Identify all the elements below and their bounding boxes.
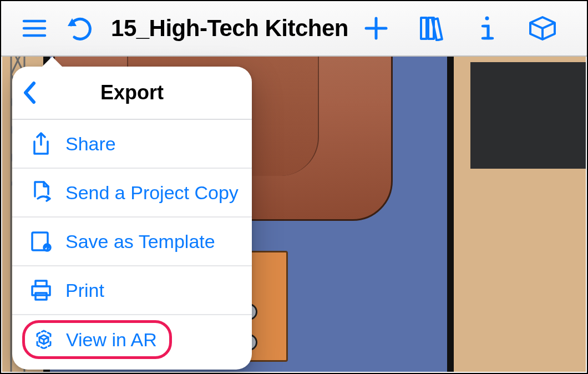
print-icon [29, 278, 53, 302]
box-icon [528, 15, 557, 42]
3d-view-button[interactable] [515, 6, 570, 50]
appliance-object [470, 62, 586, 169]
library-button[interactable] [404, 6, 459, 50]
toolbar: 15_High-Tech Kitchen [1, 1, 587, 57]
plus-icon [364, 16, 388, 41]
info-button[interactable] [459, 6, 515, 50]
chevron-left-icon [22, 81, 37, 104]
ar-icon [32, 327, 56, 352]
add-button[interactable] [348, 6, 404, 50]
menu-item-label: Print [65, 280, 104, 301]
menu-item-view-ar[interactable]: View in AR [12, 315, 252, 370]
info-icon [479, 15, 495, 42]
menu-item-label: View in AR [66, 329, 157, 351]
back-button[interactable] [22, 67, 55, 119]
document-share-icon [29, 180, 53, 205]
template-icon [29, 229, 53, 254]
svg-point-9 [485, 17, 489, 21]
menu-item-save-template[interactable]: Save as Template [12, 218, 252, 266]
menu-item-share[interactable]: Share [12, 120, 252, 169]
popover-header: Export [12, 67, 252, 120]
menu-button[interactable] [11, 6, 57, 50]
menu-item-label: Send a Project Copy [65, 182, 239, 204]
highlight-callout: View in AR [22, 320, 172, 359]
svg-rect-26 [36, 293, 47, 300]
menu-item-send-copy[interactable]: Send a Project Copy [12, 169, 252, 218]
menu-item-label: Save as Template [65, 231, 215, 252]
undo-icon [67, 16, 94, 41]
svg-rect-6 [421, 18, 427, 39]
undo-button[interactable] [57, 6, 103, 50]
menu-item-label: Share [65, 133, 116, 155]
hamburger-icon [22, 19, 47, 38]
project-title: 15_High-Tech Kitchen [111, 15, 348, 42]
menu-item-print[interactable]: Print [12, 266, 252, 315]
share-icon [29, 132, 53, 156]
export-popover: Export Share Send a Project Copy [12, 67, 252, 370]
books-icon [419, 16, 444, 41]
